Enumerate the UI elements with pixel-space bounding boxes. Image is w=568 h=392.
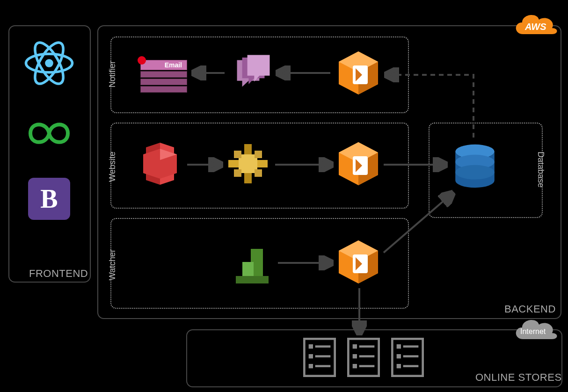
arrow-db-to-notifier	[386, 75, 473, 138]
arrows-layer	[0, 0, 568, 392]
arrow-watcher-to-db	[384, 194, 452, 253]
